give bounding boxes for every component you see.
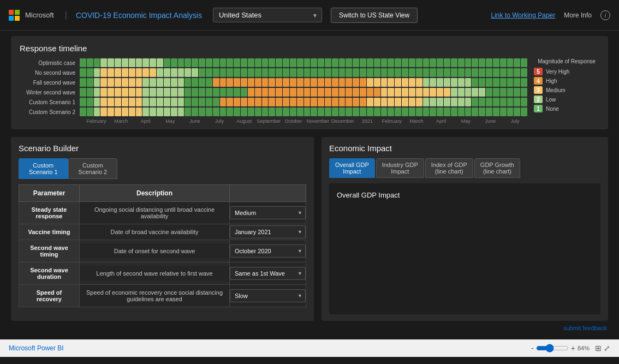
heatmap-cell <box>220 108 227 116</box>
heatmap-cell <box>150 78 156 87</box>
heatmap-cell <box>451 108 457 116</box>
heatmap-cell <box>290 78 296 87</box>
scenario-tab-2[interactable]: CustomScenario 2 <box>68 158 118 179</box>
heatmap-cell <box>171 98 177 106</box>
economic-tab[interactable]: GDP Growth(line chart) <box>474 158 520 178</box>
heatmap-cell <box>129 98 135 106</box>
heatmap-cell <box>87 68 93 77</box>
scenario-tab-1[interactable]: CustomScenario 1 <box>19 158 68 179</box>
param-name-cell: Speed of recovery <box>19 285 79 307</box>
heatmap-cell <box>444 108 450 116</box>
heatmap-cell <box>430 78 436 87</box>
heatmap-cell <box>493 68 499 77</box>
row-label: Custom Scenario 2 <box>20 109 80 115</box>
fullscreen-icon[interactable]: ⤢ <box>604 344 610 353</box>
heatmap-cell <box>521 78 527 87</box>
param-select[interactable]: SlowMediumFast <box>230 289 306 302</box>
heatmap-cell <box>395 68 401 77</box>
heatmap-cell <box>437 68 443 77</box>
param-select-wrapper[interactable]: August 2020October 2020December 2020 <box>230 244 306 258</box>
more-info-label[interactable]: More Info <box>564 11 592 19</box>
info-icon[interactable]: i <box>600 10 610 20</box>
heatmap-cell <box>80 68 86 77</box>
fit-to-page-icon[interactable]: ⊞ <box>595 344 602 353</box>
heatmap-cell <box>402 68 408 77</box>
heatmap-cell <box>220 68 227 77</box>
zoom-in-button[interactable]: + <box>571 344 575 353</box>
heatmap-cell <box>339 58 346 67</box>
heatmap-cell <box>100 88 107 97</box>
heatmap-cell <box>100 68 107 77</box>
heatmap-cell <box>500 98 507 106</box>
economic-tab[interactable]: Industry GDPImpact <box>376 158 424 178</box>
row-cells <box>80 78 527 87</box>
heatmap-cell <box>283 88 289 97</box>
heatmap-cell <box>423 58 430 67</box>
heatmap-cell <box>388 98 394 106</box>
heatmap-cell <box>444 68 450 77</box>
heatmap-cell <box>241 58 247 67</box>
heatmap-cell <box>472 58 478 67</box>
link-working-paper[interactable]: Link to Working Paper <box>491 11 555 19</box>
app-title: COVID-19 Economic Impact Analysis <box>76 11 202 20</box>
switch-state-view-button[interactable]: Switch to US State View <box>331 8 418 23</box>
heatmap-cell <box>521 88 527 97</box>
heatmap-cell <box>318 108 324 116</box>
heatmap-cell <box>262 68 269 77</box>
heatmap-cell <box>360 68 366 77</box>
axis-label: October <box>281 118 306 124</box>
heatmap-cell <box>142 78 149 87</box>
legend-item: 3Medium <box>534 86 599 94</box>
heatmap-cell <box>472 98 478 106</box>
heatmap-cell <box>465 78 472 87</box>
col-value <box>230 185 306 202</box>
heatmap-cell <box>199 108 205 116</box>
heatmap-cell <box>395 78 401 87</box>
heatmap-cell <box>94 78 100 87</box>
heatmap-cell <box>325 88 331 97</box>
scenario-builder-title: Scenario Builder <box>19 144 306 153</box>
submit-feedback-link[interactable]: submit feedback <box>563 325 607 331</box>
heatmap-cell <box>157 78 163 87</box>
param-description-cell: Date of onset for second wave <box>80 243 229 259</box>
heatmap-cell <box>458 58 465 67</box>
heatmap-cell <box>339 108 346 116</box>
economic-tab[interactable]: Overall GDPImpact <box>329 158 375 178</box>
param-select[interactable]: August 2020October 2020December 2020 <box>230 244 306 258</box>
heatmap-cell <box>129 108 135 116</box>
heatmap-cell <box>465 108 472 116</box>
param-select-wrapper[interactable]: October 2020January 2021April 2021July 2… <box>230 225 306 238</box>
heatmap-cell <box>213 58 219 67</box>
heatmap-cell <box>465 98 472 106</box>
zoom-slider[interactable] <box>536 344 569 353</box>
heatmap-cell <box>444 58 450 67</box>
legend-color-box: 2 <box>534 96 543 103</box>
heatmap-cell <box>514 68 520 77</box>
heatmap-cell <box>514 58 520 67</box>
timeline-row: Fall second wave <box>20 78 527 87</box>
bottom-section: Scenario Builder CustomScenario 1 Custom… <box>11 137 608 321</box>
heatmap-cell <box>451 58 457 67</box>
heatmap-cell <box>360 108 366 116</box>
param-select-wrapper[interactable]: SlowMediumFast <box>230 289 306 302</box>
heatmap-cell <box>136 58 142 67</box>
powerbi-brand[interactable]: Microsoft Power BI <box>9 344 64 352</box>
heatmap-cell <box>416 98 422 106</box>
param-select-wrapper[interactable]: ShorterSame as 1st WaveLonger <box>230 267 306 280</box>
param-select-wrapper[interactable]: LowMediumHigh <box>230 206 306 219</box>
heatmap-cell <box>269 58 275 67</box>
heatmap-cell <box>220 88 227 97</box>
heatmap-cell <box>381 98 388 106</box>
heatmap-cell <box>507 88 514 97</box>
heatmap-cell <box>87 88 93 97</box>
economic-tab[interactable]: Index of GDP(line chart) <box>425 158 473 178</box>
param-select[interactable]: LowMediumHigh <box>230 206 306 219</box>
heatmap-cell <box>80 88 86 97</box>
country-selector-wrapper[interactable]: United States United Kingdom Germany Fra… <box>213 8 322 22</box>
param-select[interactable]: ShorterSame as 1st WaveLonger <box>230 267 306 280</box>
heatmap-cell <box>395 88 401 97</box>
country-select[interactable]: United States United Kingdom Germany Fra… <box>213 8 322 22</box>
zoom-out-button[interactable]: - <box>531 344 534 353</box>
param-select[interactable]: October 2020January 2021April 2021July 2… <box>230 225 306 238</box>
heatmap-cell <box>437 58 443 67</box>
